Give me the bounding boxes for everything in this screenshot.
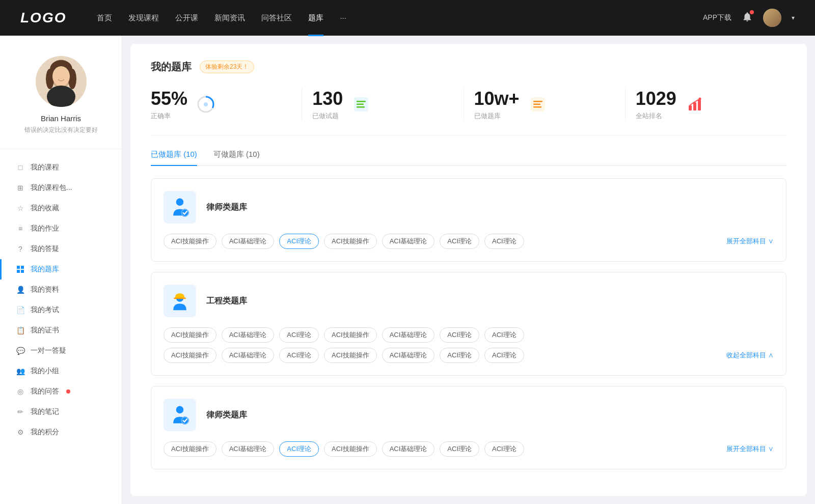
tag-2-0[interactable]: ACI技能操作 — [164, 441, 216, 457]
notification-dot — [750, 10, 754, 14]
tag-1-5[interactable]: ACI理论 — [440, 327, 479, 343]
tutoring-icon: 💬 — [16, 347, 24, 355]
sidebar-item-question-bank[interactable]: 我的题库 — [0, 259, 122, 279]
correct-rate-value: 55% — [151, 88, 187, 109]
questions-label: 我的问答 — [31, 387, 59, 396]
tag-0-1[interactable]: ACI基础理论 — [222, 234, 275, 249]
tag-0-3[interactable]: ACI技能操作 — [324, 234, 377, 249]
avatar-image — [763, 9, 781, 27]
tag-2-1[interactable]: ACI基础理论 — [222, 441, 275, 457]
sidebar-item-homework[interactable]: ≡ 我的作业 — [0, 218, 122, 239]
tab-available[interactable]: 可做题库 (10) — [213, 150, 260, 165]
tag-1-r2-3[interactable]: ACI技能操作 — [324, 348, 377, 363]
banks-done-label: 已做题库 — [474, 111, 520, 121]
sidebar-divider-1 — [0, 149, 122, 149]
tag-2-3[interactable]: ACI技能操作 — [324, 441, 377, 457]
banks-done-value: 10w+ — [474, 88, 520, 109]
tag-0-0[interactable]: ACI技能操作 — [164, 234, 216, 249]
tag-1-r2-4[interactable]: ACI基础理论 — [382, 348, 435, 363]
groups-label: 我的小组 — [31, 367, 59, 376]
tag-2-4[interactable]: ACI基础理论 — [382, 441, 435, 457]
navbar: LOGO 首页 发现课程 公开课 新闻资讯 问答社区 题库 ··· APP下载 … — [0, 0, 815, 36]
tag-1-3[interactable]: ACI技能操作 — [324, 327, 377, 343]
sidebar-item-course-package[interactable]: ⊞ 我的课程包... — [0, 178, 122, 198]
sidebar-item-notes[interactable]: ✏ 我的笔记 — [0, 402, 122, 422]
profile-name: Brian Harris — [41, 114, 81, 123]
nav-qa[interactable]: 问答社区 — [261, 11, 292, 25]
bank-tags-row1-0: ACI技能操作 ACI基础理论 ACI理论 ACI技能操作 ACI基础理论 AC… — [164, 234, 774, 249]
questions-icon: ◎ — [16, 387, 24, 396]
profile-motto: 错误的决定比没有决定要好 — [24, 126, 98, 134]
user-menu-chevron[interactable]: ▾ — [792, 14, 795, 21]
tag-0-5[interactable]: ACI理论 — [440, 234, 479, 249]
collapse-link-1[interactable]: 收起全部科目 ∧ — [726, 351, 774, 360]
tag-2-6[interactable]: ACI理论 — [484, 441, 524, 457]
tag-2-5[interactable]: ACI理论 — [440, 441, 479, 457]
tag-1-2[interactable]: ACI理论 — [279, 327, 319, 343]
sidebar-item-profile[interactable]: 👤 我的资料 — [0, 279, 122, 300]
qa-icon: ? — [16, 245, 24, 253]
nav-news[interactable]: 新闻资讯 — [214, 11, 245, 25]
svg-rect-32 — [174, 298, 186, 299]
svg-rect-17 — [357, 101, 366, 102]
sidebar-item-courses[interactable]: □ 我的课程 — [0, 157, 122, 178]
banks-done-icon — [528, 94, 548, 115]
lawyer-icon — [169, 196, 191, 218]
sidebar-item-exam[interactable]: 📄 我的考试 — [0, 300, 122, 320]
tag-1-r2-0[interactable]: ACI技能操作 — [164, 348, 216, 363]
tag-0-6[interactable]: ACI理论 — [484, 234, 524, 249]
nav-discover[interactable]: 发现课程 — [128, 11, 159, 25]
svg-point-28 — [176, 199, 184, 206]
tag-1-r2-2[interactable]: ACI理论 — [279, 348, 319, 363]
sidebar: Brian Harris 错误的决定比没有决定要好 □ 我的课程 ⊞ 我的课程包… — [0, 36, 122, 504]
tag-1-r2-1[interactable]: ACI基础理论 — [222, 348, 275, 363]
tag-0-2[interactable]: ACI理论 — [279, 234, 319, 249]
tag-1-6[interactable]: ACI理论 — [484, 327, 524, 343]
tag-1-r2-6[interactable]: ACI理论 — [484, 348, 524, 363]
avatar[interactable] — [763, 9, 781, 27]
app-download-button[interactable]: APP下载 — [703, 13, 731, 22]
sidebar-item-tutoring[interactable]: 💬 一对一答疑 — [0, 341, 122, 361]
course-package-label: 我的课程包... — [31, 183, 72, 192]
expand-link-2[interactable]: 展开全部科目 ∨ — [726, 444, 774, 454]
bank-title-2: 律师类题库 — [206, 410, 247, 421]
favorites-label: 我的收藏 — [31, 204, 59, 213]
ranking-icon — [685, 94, 705, 115]
nav-question-bank[interactable]: 题库 — [308, 11, 323, 25]
svg-rect-24 — [689, 105, 692, 110]
bank-avatar-0 — [164, 191, 196, 223]
svg-rect-19 — [357, 106, 365, 108]
sidebar-item-certificate[interactable]: 📋 我的证书 — [0, 320, 122, 341]
bank-header-2: 律师类题库 — [164, 399, 774, 431]
correct-rate-icon — [196, 94, 216, 115]
bank-section-2: 律师类题库 ACI技能操作 ACI基础理论 ACI理论 ACI技能操作 ACI基… — [151, 386, 786, 469]
sidebar-item-qa[interactable]: ? 我的答疑 — [0, 239, 122, 259]
tag-1-r2-5[interactable]: ACI理论 — [440, 348, 479, 363]
tag-1-1[interactable]: ACI基础理论 — [222, 327, 275, 343]
sidebar-item-points[interactable]: ⚙ 我的积分 — [0, 422, 122, 442]
tag-1-0[interactable]: ACI技能操作 — [164, 327, 216, 343]
nav-more[interactable]: ··· — [340, 11, 346, 25]
tab-done[interactable]: 已做题库 (10) — [151, 150, 197, 165]
sidebar-item-groups[interactable]: 👥 我的小组 — [0, 361, 122, 381]
tag-1-4[interactable]: ACI基础理论 — [382, 327, 435, 343]
nav-open-course[interactable]: 公开课 — [175, 11, 198, 25]
sidebar-item-favorites[interactable]: ☆ 我的收藏 — [0, 198, 122, 218]
tag-2-2[interactable]: ACI理论 — [279, 441, 319, 457]
stat-banks-done: 10w+ 已做题库 — [464, 88, 626, 121]
qa-label: 我的答疑 — [31, 244, 59, 254]
svg-point-5 — [52, 66, 70, 87]
logo[interactable]: LOGO — [20, 10, 66, 26]
sidebar-item-questions[interactable]: ◎ 我的问答 — [0, 381, 122, 402]
nav-home[interactable]: 首页 — [97, 11, 112, 25]
stat-value-banks: 10w+ 已做题库 — [474, 88, 520, 121]
svg-rect-25 — [693, 102, 696, 110]
tag-0-4[interactable]: ACI基础理论 — [382, 234, 435, 249]
expand-link-0[interactable]: 展开全部科目 ∨ — [726, 237, 774, 246]
bank-section-1: 工程类题库 ACI技能操作 ACI基础理论 ACI理论 ACI技能操作 ACI基… — [151, 272, 786, 376]
courses-label: 我的课程 — [31, 163, 59, 172]
notes-label: 我的笔记 — [31, 407, 59, 416]
svg-rect-18 — [357, 104, 364, 105]
exam-icon: 📄 — [16, 306, 24, 314]
notification-bell[interactable] — [742, 11, 753, 24]
